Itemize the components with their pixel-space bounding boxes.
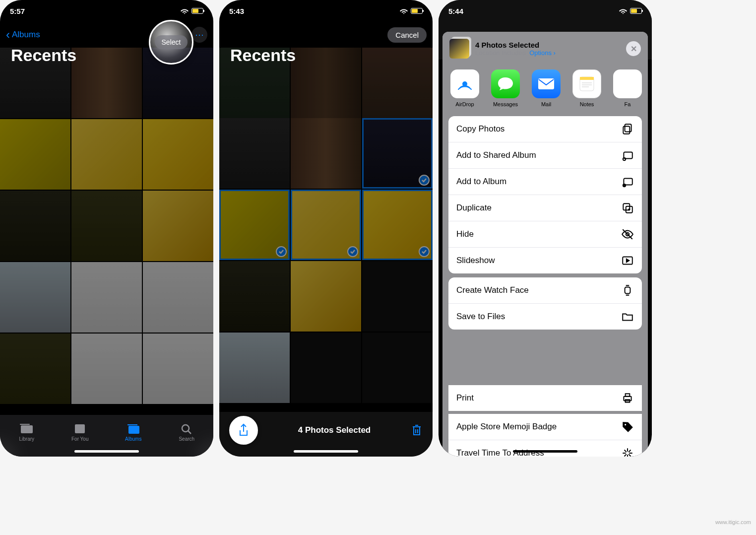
action-save-files[interactable]: Save to Files [448, 304, 642, 330]
photo-thumbnail[interactable] [0, 262, 70, 333]
home-indicator [513, 450, 577, 453]
clock: 5:43 [229, 7, 244, 15]
share-highlight-bubble [229, 416, 258, 445]
share-label: Mail [541, 101, 551, 107]
photo-thumbnail[interactable] [143, 334, 213, 404]
status-icons [400, 8, 423, 14]
svg-point-12 [623, 158, 626, 160]
tab-albums[interactable]: Albums [107, 415, 160, 457]
wifi-icon [181, 8, 189, 14]
photo-grid [0, 48, 213, 404]
photo-thumbnail[interactable] [291, 261, 361, 332]
share-targets-row[interactable]: AirDrop Messages Mail Notes Fa [442, 66, 648, 116]
folder-icon [621, 311, 634, 323]
action-print[interactable]: Print [448, 385, 642, 411]
wifi-icon [400, 8, 408, 14]
notes-icon [578, 75, 596, 93]
share-notes[interactable]: Notes [571, 69, 602, 107]
action-add-shared-album[interactable]: Add to Shared Album [448, 142, 642, 169]
action-copy-photos[interactable]: Copy Photos [448, 116, 642, 142]
photo-thumbnail[interactable] [71, 262, 142, 333]
share-mail[interactable]: Mail [531, 69, 562, 107]
photo-thumbnail[interactable] [71, 334, 142, 404]
selected-check-icon [419, 246, 430, 257]
photo-thumbnail[interactable] [291, 48, 361, 118]
photo-thumbnail-selected[interactable] [291, 190, 361, 260]
photo-thumbnail[interactable] [0, 191, 70, 261]
battery-icon [411, 8, 423, 14]
action-memoji-badge[interactable]: Apple Store Memoji Badge [448, 414, 642, 440]
battery-icon [630, 8, 642, 14]
tab-label: For You [71, 436, 88, 442]
photo-thumbnail[interactable] [143, 262, 213, 333]
tab-library[interactable]: Library [0, 415, 54, 457]
screenshot-3: 5:44 4 Photos Selected Location Included… [439, 0, 652, 457]
copy-icon [621, 123, 634, 135]
page-title: Recents [230, 46, 296, 65]
back-label: Albums [12, 30, 40, 40]
share-icon[interactable] [238, 423, 250, 437]
svg-rect-9 [625, 124, 631, 132]
status-bar: 5:43 [219, 0, 433, 22]
slideshow-icon [621, 255, 634, 267]
photo-thumbnail[interactable] [291, 118, 361, 189]
share-label: AirDrop [455, 101, 474, 107]
options-link[interactable]: Options › [529, 49, 556, 57]
selected-check-icon [419, 175, 430, 186]
photo-thumbnail[interactable] [219, 118, 290, 189]
svg-rect-1 [20, 424, 30, 425]
action-duplicate[interactable]: Duplicate [448, 195, 642, 221]
tab-search[interactable]: Search [160, 415, 214, 457]
album-icon [621, 176, 634, 188]
tab-foryou[interactable]: For You [54, 415, 107, 457]
action-slideshow[interactable]: Slideshow [448, 248, 642, 273]
more-button[interactable]: ⋯ [191, 27, 207, 43]
photo-thumbnail[interactable] [71, 119, 142, 190]
foryou-icon [73, 423, 87, 434]
selected-check-icon [276, 246, 287, 257]
library-icon [20, 423, 34, 434]
chevron-left-icon: ‹ [6, 28, 10, 42]
back-button[interactable]: ‹ Albums [6, 28, 40, 42]
photo-thumbnail-selected[interactable] [362, 190, 433, 260]
photo-thumbnail[interactable] [362, 48, 433, 118]
svg-rect-8 [580, 77, 594, 80]
tab-label: Search [179, 436, 194, 442]
share-label: Notes [580, 101, 594, 107]
share-more[interactable]: Fa [612, 69, 643, 107]
photo-thumbnail[interactable] [219, 333, 290, 403]
photo-thumbnail-selected[interactable] [219, 190, 290, 260]
status-icons [619, 8, 642, 14]
tag-icon [621, 421, 634, 433]
photo-grid [219, 118, 433, 403]
photo-thumbnail[interactable] [0, 334, 70, 404]
photo-thumbnail[interactable] [71, 191, 142, 261]
photo-thumbnail[interactable] [219, 261, 290, 332]
select-button[interactable]: Select [155, 35, 188, 49]
status-icons [181, 8, 203, 14]
sparkle-icon [621, 447, 634, 457]
photo-thumbnail[interactable] [71, 48, 142, 118]
close-button[interactable]: ✕ [626, 41, 641, 56]
action-create-watch-face[interactable]: Create Watch Face [448, 277, 642, 304]
photo-thumbnail[interactable] [143, 191, 213, 261]
photo-thumbnail[interactable] [362, 261, 433, 332]
svg-rect-0 [21, 425, 33, 433]
status-bar: 5:44 [439, 0, 652, 22]
airdrop-icon [456, 75, 474, 93]
action-add-album[interactable]: Add to Album [448, 169, 642, 195]
cancel-button[interactable]: Cancel [387, 27, 427, 43]
photo-thumbnail[interactable] [0, 119, 70, 190]
trash-button[interactable] [411, 424, 423, 437]
shared-album-icon [621, 149, 634, 161]
selection-count-label: 4 Photos Selected [298, 425, 371, 435]
photo-thumbnail[interactable] [143, 119, 213, 190]
share-messages[interactable]: Messages [490, 69, 521, 107]
photo-thumbnail-selected[interactable] [362, 118, 433, 189]
battery-icon [191, 8, 203, 14]
share-airdrop[interactable]: AirDrop [449, 69, 480, 107]
wifi-icon [619, 8, 627, 14]
share-sheet: 4 Photos Selected Location Included Opti… [442, 32, 648, 457]
action-hide[interactable]: Hide [448, 221, 642, 248]
action-travel-time[interactable]: Travel Time To Address [448, 440, 642, 457]
